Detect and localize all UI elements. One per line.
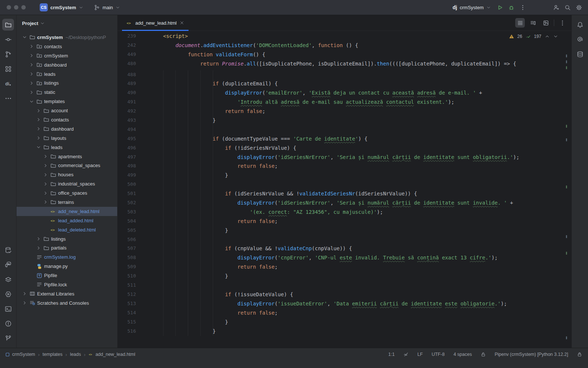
chevron-right-icon[interactable]	[36, 108, 42, 113]
code-line-516[interactable]: 516 }	[118, 327, 571, 336]
line-number[interactable]: 509	[118, 262, 136, 272]
tree-item-crmsystem[interactable]: crmSystem~/Desktop/pythonP	[17, 33, 117, 42]
chevron-down-icon[interactable]	[22, 35, 28, 40]
line-number[interactable]: 499	[118, 171, 136, 180]
zoom-window-button[interactable]	[21, 5, 26, 10]
editor-options-icon[interactable]	[557, 18, 567, 28]
breadcrumb-item-add-new-lead-html[interactable]: <>add_new_lead.html	[89, 352, 135, 357]
breadcrumb-item-crmsystem[interactable]: crmSystem	[5, 352, 35, 357]
line-number[interactable]: 449	[118, 50, 136, 59]
chevron-right-icon[interactable]	[36, 236, 42, 241]
tree-item-apartments[interactable]: apartments	[17, 152, 117, 161]
chevron-right-icon[interactable]	[43, 191, 49, 196]
minimize-window-button[interactable]	[14, 5, 18, 10]
run-config-widget[interactable]: dj crmSystem	[450, 3, 492, 12]
notifications-icon[interactable]	[574, 19, 586, 31]
line-number[interactable]: 513	[118, 299, 136, 308]
line-number[interactable]: 491	[118, 98, 136, 107]
tree-item-office-spaces[interactable]: office_spaces	[17, 188, 117, 198]
tree-item-lead-added-html[interactable]: <>lead_added.html	[17, 216, 117, 225]
line-number[interactable]: 501	[118, 189, 136, 198]
line-number[interactable]: 490	[118, 88, 136, 98]
line-number[interactable]: 515	[118, 318, 136, 327]
code-line-490[interactable]: 490 displayError('emailError', 'Există d…	[118, 88, 571, 98]
chevron-right-icon[interactable]	[29, 62, 35, 67]
line-number[interactable]: 497	[118, 153, 136, 162]
code-line-480[interactable]: 480 return Promise.all([isDuplicatePhone…	[118, 59, 571, 68]
code-line-506[interactable]: 506	[118, 235, 571, 244]
tree-item-manage-py[interactable]: manage.py	[17, 262, 117, 271]
chevron-right-icon[interactable]	[43, 163, 49, 168]
line-number[interactable]: 503	[118, 208, 136, 217]
code-line-503[interactable]: 503 '(ex. corect: "AZ 123456", cu majusc…	[118, 208, 571, 217]
code-line-502[interactable]: 502 displayError('idSeriesNrError', 'Ser…	[118, 198, 571, 208]
run-tool-icon[interactable]	[2, 288, 14, 300]
more-tool-windows-icon[interactable]	[2, 92, 14, 104]
terminal-tool-icon[interactable]	[2, 303, 14, 315]
line-number[interactable]: 512	[118, 290, 136, 299]
editor-highlighting-icon[interactable]	[515, 18, 525, 28]
tree-item-add-new-lead-html[interactable]: <>add_new_lead.html	[17, 207, 117, 216]
line-number[interactable]: 510	[118, 272, 136, 281]
tree-item-account[interactable]: account	[17, 106, 117, 115]
tree-item-pipfile[interactable]: Pipfile	[17, 271, 117, 280]
problems-tool-icon[interactable]	[2, 318, 14, 329]
line-number[interactable]: 516	[118, 327, 136, 336]
line-number[interactable]: 505	[118, 226, 136, 235]
more-actions-icon[interactable]	[520, 4, 526, 11]
line-number[interactable]: 239	[118, 32, 136, 41]
branch-widget[interactable]: main	[91, 3, 123, 12]
tree-item-dashboard[interactable]: dashboard	[17, 124, 117, 134]
code-line-242[interactable]: 242 document.addEventListener('DOMConten…	[118, 41, 571, 50]
line-number[interactable]: 514	[118, 308, 136, 318]
run-button[interactable]	[497, 4, 503, 11]
close-window-button[interactable]	[7, 5, 11, 10]
chevron-right-icon[interactable]	[29, 44, 35, 49]
line-number[interactable]: 506	[118, 235, 136, 244]
commit-tool-icon[interactable]	[2, 33, 14, 45]
tree-item-contacts[interactable]: contacts	[17, 42, 117, 51]
window-controls[interactable]	[0, 5, 32, 10]
code-with-me-icon[interactable]	[553, 4, 559, 11]
chevron-right-icon[interactable]	[43, 181, 49, 187]
line-number[interactable]: 492	[118, 107, 136, 116]
tree-item-layouts[interactable]: layouts	[17, 134, 117, 143]
code-line-239[interactable]: 239 <script>	[118, 32, 571, 41]
preview-icon[interactable]	[541, 18, 551, 28]
tree-item-crmsystem-log[interactable]: crmSystem.log	[17, 252, 117, 262]
line-number[interactable]: 489	[118, 79, 136, 88]
project-widget[interactable]: CS crmSystem	[37, 2, 86, 13]
chevron-right-icon[interactable]	[36, 117, 42, 122]
code-line-512[interactable]: 512 if (!issueDateValue) {	[118, 290, 571, 299]
close-icon[interactable]	[180, 21, 184, 25]
ai-status-icon[interactable]	[404, 352, 409, 357]
structure-tool-icon[interactable]	[2, 63, 14, 75]
breadcrumb-item-leads[interactable]: leads	[70, 352, 81, 357]
code-line-501[interactable]: 501 if (idSeriesNrValue && !validateIdSe…	[118, 189, 571, 198]
line-number[interactable]: 504	[118, 217, 136, 226]
project-panel-header[interactable]: Project	[17, 15, 117, 31]
chevron-right-icon[interactable]	[36, 245, 42, 251]
tree-item-static[interactable]: static	[17, 88, 117, 97]
chevron-right-icon[interactable]	[43, 154, 49, 159]
chevron-right-icon[interactable]	[29, 71, 35, 77]
code-line-507[interactable]: 507 if (cnpValue && !validateCnp(cnpValu…	[118, 244, 571, 253]
project-tool-icon[interactable]	[2, 19, 14, 31]
line-number[interactable]: 480	[118, 59, 136, 68]
chevron-right-icon[interactable]	[29, 81, 35, 86]
tree-item-contacts[interactable]: contacts	[17, 115, 117, 124]
code-line-496[interactable]: 496 if (!idSeriesNrValue) {	[118, 144, 571, 153]
file-encoding[interactable]: UTF-8	[431, 352, 444, 357]
code-line-489[interactable]: 489 if (duplicateEmail) {	[118, 79, 571, 88]
line-number[interactable]: 500	[118, 180, 136, 189]
code-line-494[interactable]: 494	[118, 125, 571, 134]
code-line-514[interactable]: 514 return false;	[118, 308, 571, 318]
code-line-508[interactable]: 508 displayError('cnpError', 'CNP-ul est…	[118, 253, 571, 262]
line-number[interactable]: 496	[118, 144, 136, 153]
code-line-491[interactable]: 491 'Introdu altă adresă de e-mail sau a…	[118, 98, 571, 107]
line-number[interactable]: 494	[118, 125, 136, 134]
line-number[interactable]: 493	[118, 116, 136, 125]
tree-item-terrains[interactable]: terrains	[17, 198, 117, 207]
python-packages-tool-icon[interactable]	[2, 259, 14, 270]
tree-item-commercial-spaces[interactable]: commercial_spaces	[17, 161, 117, 170]
